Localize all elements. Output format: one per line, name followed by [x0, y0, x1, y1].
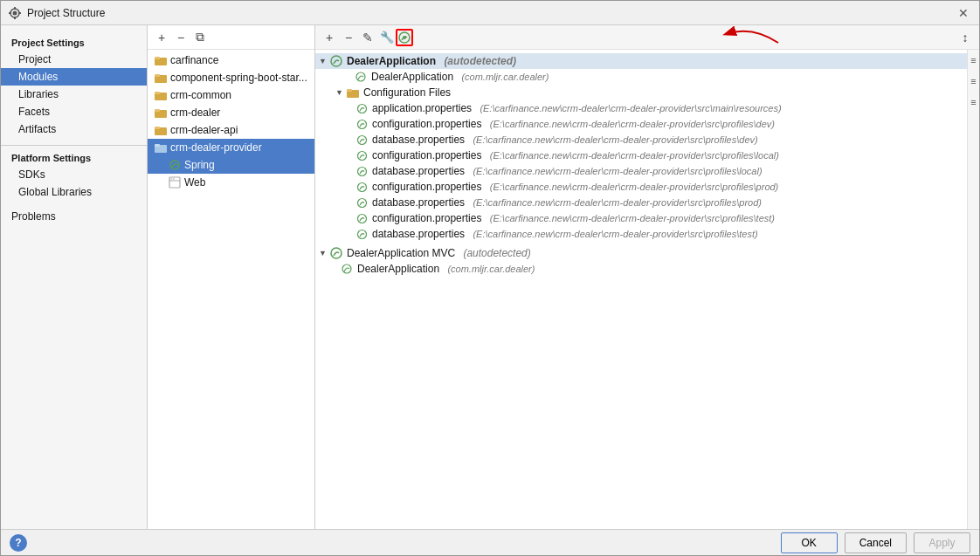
tree-config-item-2: database.properties (E:\carfinance.new\c…	[315, 132, 967, 148]
config-file-label: configuration.properties	[372, 149, 481, 161]
close-button[interactable]: ✕	[955, 4, 972, 22]
project-settings-label: Project Settings	[1, 32, 147, 51]
module-crm-dealer[interactable]: crm-dealer	[148, 104, 314, 121]
config-file-label: configuration.properties	[372, 118, 481, 130]
tree-config-item-0: application.properties (E:\carfinance.ne…	[315, 100, 967, 116]
module-component[interactable]: component-spring-boot-star...	[148, 69, 314, 86]
config-file-path: (E:\carfinance.new\crm-dealer\crm-dealer…	[490, 119, 775, 129]
config-file-path: (E:\carfinance.new\crm-dealer\crm-dealer…	[473, 166, 762, 176]
middle-add-button[interactable]: +	[153, 29, 170, 46]
ok-button[interactable]: OK	[781, 532, 838, 553]
main-wrench-button[interactable]: 🔧	[378, 29, 396, 46]
collapse-arrow-config[interactable]: ▼	[335, 88, 344, 97]
tree-config-item-1: configuration.properties (E:\carfinance.…	[315, 116, 967, 132]
svg-rect-15	[155, 127, 160, 129]
svg-point-21	[171, 178, 173, 180]
config-file-label: application.properties	[372, 102, 472, 114]
tree-config-item-3: configuration.properties (E:\carfinance.…	[315, 148, 967, 163]
cancel-button[interactable]: Cancel	[845, 532, 907, 553]
spring-config-leaf-icon	[356, 103, 368, 114]
module-crm-dealer-api[interactable]: crm-dealer-api	[148, 121, 314, 139]
middle-remove-button[interactable]: −	[172, 29, 190, 46]
svg-rect-4	[9, 12, 11, 14]
content-area: Project Settings Project Modules Librari…	[1, 25, 979, 529]
spring-root-icon	[330, 55, 342, 67]
middle-panel: + − ⧉ carfinance	[148, 25, 315, 529]
module-label: crm-dealer	[170, 106, 220, 119]
config-file-path: (E:\carfinance.new\crm-dealer\crm-dealer…	[490, 213, 775, 223]
module-crm-common[interactable]: crm-common	[148, 86, 314, 104]
svg-rect-28	[347, 89, 352, 92]
apply-button[interactable]: Apply	[914, 532, 970, 553]
svg-point-24	[403, 36, 406, 39]
sidebar-item-artifacts[interactable]: Artifacts	[1, 120, 147, 138]
module-spring[interactable]: Spring	[148, 156, 314, 174]
right-tool-2[interactable]: ≡	[965, 72, 980, 90]
spring-config-leaf-icon	[356, 166, 368, 177]
main-spring-button[interactable]	[396, 29, 413, 46]
module-web[interactable]: Web	[148, 174, 314, 191]
collapse-arrow-1[interactable]: ▼	[319, 57, 328, 65]
sidebar-item-modules[interactable]: Modules	[1, 68, 147, 86]
submodule-label: Web	[184, 176, 205, 189]
middle-copy-button[interactable]: ⧉	[191, 29, 209, 46]
sidebar-item-problems[interactable]: Problems	[1, 208, 147, 225]
sidebar-item-facets[interactable]: Facets	[1, 103, 147, 120]
sidebar-item-global-libraries[interactable]: Global Libraries	[1, 183, 147, 201]
spring-config-leaf-icon	[356, 182, 368, 193]
title-bar-left: Project Structure	[8, 6, 105, 20]
dealer-app-2-label: DealerApplication	[357, 263, 439, 275]
right-tool-3[interactable]: ≡	[965, 93, 980, 111]
config-file-path: (E:\carfinance.new\crm-dealer\crm-dealer…	[490, 182, 779, 192]
spring-icon	[169, 159, 181, 171]
root1-label: DealerApplication	[347, 55, 436, 67]
config-file-path: (E:\carfinance.new\crm-dealer\crm-dealer…	[473, 197, 762, 208]
module-crm-dealer-provider[interactable]: crm-dealer-provider	[148, 139, 314, 156]
main-content-area: ▼ DealerApplication (autodetected)	[315, 50, 979, 529]
sidebar-item-project[interactable]: Project	[1, 51, 147, 68]
svg-point-22	[173, 178, 175, 180]
main-add-button[interactable]: +	[321, 29, 338, 46]
sidebar-item-libraries[interactable]: Libraries	[1, 86, 147, 103]
platform-settings-label: Platform Settings	[1, 145, 147, 166]
main-edit-button[interactable]: ✎	[359, 29, 376, 46]
config-file-label: configuration.properties	[372, 181, 481, 193]
root2-label: DealerApplication MVC	[347, 247, 455, 259]
folder-icon	[155, 142, 167, 153]
module-label: crm-dealer-api	[170, 124, 238, 136]
bottom-left: ?	[10, 534, 27, 552]
spring-root2-icon	[330, 247, 342, 259]
help-button[interactable]: ?	[10, 534, 27, 552]
spring-config-leaf-icon	[356, 150, 368, 161]
config-file-label: database.properties	[372, 134, 465, 146]
config-file-label: database.properties	[372, 196, 465, 209]
spring-app-icon	[355, 71, 367, 83]
window-title: Project Structure	[27, 7, 105, 19]
right-tool-1[interactable]: ≡	[965, 51, 980, 69]
main-remove-button[interactable]: −	[340, 29, 357, 46]
svg-point-26	[356, 72, 365, 81]
module-carfinance[interactable]: carfinance	[148, 51, 314, 69]
folder-icon	[155, 125, 167, 135]
sidebar-item-sdks[interactable]: SDKs	[1, 166, 147, 183]
tree-root-2: ▼ DealerApplication MVC (autodetected)	[315, 245, 967, 261]
folder-icon	[155, 107, 167, 118]
main-sort-button[interactable]: ↕	[956, 29, 974, 46]
spring-config-leaf-icon	[356, 213, 368, 224]
window-icon	[8, 6, 22, 20]
submodule-label: Spring	[184, 159, 215, 171]
web-icon	[169, 176, 181, 189]
tree-config-item-6: database.properties (E:\carfinance.new\c…	[315, 195, 967, 210]
spring-config-leaf-icon	[356, 134, 368, 146]
spring-app2-icon	[341, 263, 353, 275]
collapse-arrow-2[interactable]: ▼	[319, 249, 328, 257]
spring-config-leaf-icon	[356, 197, 368, 209]
folder-config-icon	[347, 87, 359, 98]
tree-dealer-app-1: DealerApplication (com.mljr.car.dealer)	[315, 69, 967, 85]
tree-config-item-5: configuration.properties (E:\carfinance.…	[315, 179, 967, 195]
right-tools: ≡ ≡ ≡	[967, 50, 979, 529]
config-file-path: (E:\carfinance.new\crm-dealer\crm-dealer…	[490, 150, 779, 161]
root1-autodetected: (autodetected)	[444, 55, 516, 67]
folder-icon	[155, 72, 167, 83]
config-files-label: Configuration Files	[363, 86, 451, 99]
